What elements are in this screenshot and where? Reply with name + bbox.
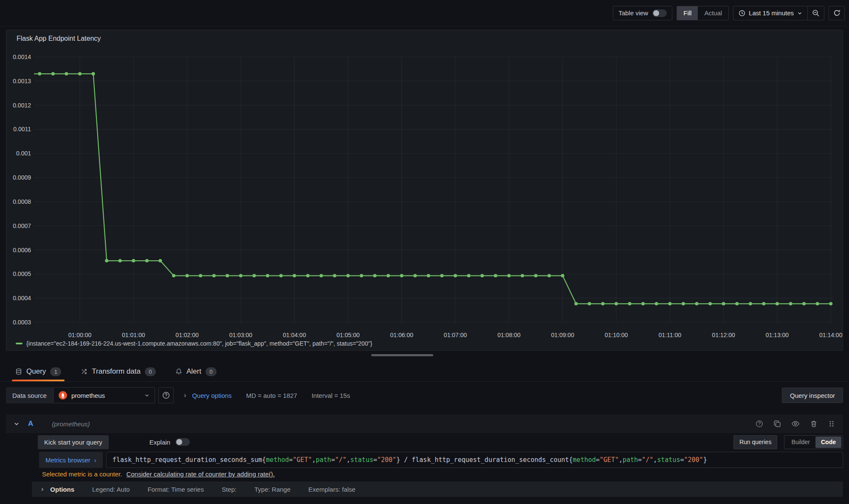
clock-icon <box>739 10 745 17</box>
svg-text:01:14:00: 01:14:00 <box>819 332 843 338</box>
svg-text:01:01:00: 01:01:00 <box>122 332 145 338</box>
tab-label: Transform data <box>92 367 141 376</box>
toggle-knob <box>653 10 659 16</box>
chevron-right-icon: › <box>94 456 96 464</box>
promql-input[interactable]: flask_http_request_duration_seconds_sum{… <box>106 452 843 468</box>
svg-text:0.001: 0.001 <box>16 150 31 157</box>
datasource-selected-value: prometheus <box>71 392 105 399</box>
builder-mode-button[interactable]: Builder <box>786 436 815 449</box>
svg-text:01:05:00: 01:05:00 <box>336 332 360 338</box>
tab-alert-badge: 0 <box>206 367 217 376</box>
table-view-control: Table view <box>613 6 672 20</box>
svg-text:0.0009: 0.0009 <box>13 174 31 181</box>
drag-handle-icon[interactable] <box>828 420 835 428</box>
svg-text:01:03:00: 01:03:00 <box>229 332 253 338</box>
svg-text:0.0003: 0.0003 <box>13 319 31 326</box>
query-options-toggle[interactable]: Query options <box>192 392 231 399</box>
svg-text:0.0008: 0.0008 <box>13 198 31 205</box>
datasource-select[interactable]: prometheus <box>53 387 155 403</box>
datasource-label: Data source <box>6 387 53 403</box>
query-inspector-button[interactable]: Query inspector <box>782 388 843 403</box>
tab-label: Alert <box>186 367 201 376</box>
chevron-down-icon <box>144 393 149 398</box>
tab-label: Query <box>26 367 46 376</box>
code-mode-button[interactable]: Code <box>815 436 841 448</box>
pane-resize-handle[interactable] <box>371 354 433 356</box>
query-ref-id: A <box>28 420 33 428</box>
collapse-chevron-icon[interactable] <box>14 421 20 427</box>
time-series-chart[interactable]: 0.00140.00130.00120.00110.0010.00090.000… <box>6 47 843 340</box>
svg-text:01:09:00: 01:09:00 <box>551 332 574 338</box>
datasource-help-button[interactable] <box>158 387 174 403</box>
transform-icon <box>81 368 87 375</box>
svg-text:01:02:00: 01:02:00 <box>175 332 199 338</box>
chevron-down-icon <box>797 11 802 16</box>
explain-control: Explain <box>149 438 190 446</box>
metrics-browser-label: Metrics browser <box>45 456 90 464</box>
svg-text:0.0014: 0.0014 <box>13 53 31 60</box>
help-icon <box>162 391 170 399</box>
explain-label: Explain <box>149 439 170 446</box>
time-range-label: Last 15 minutes <box>749 9 794 17</box>
svg-text:0.0011: 0.0011 <box>13 126 31 132</box>
type-option: Type: Range <box>254 486 291 493</box>
prometheus-icon <box>59 391 67 400</box>
svg-text:01:10:00: 01:10:00 <box>605 332 628 338</box>
time-range-control: Last 15 minutes <box>733 6 824 20</box>
svg-text:01:07:00: 01:07:00 <box>444 332 467 338</box>
toggle-knob <box>176 439 182 445</box>
tab-query[interactable]: Query 1 <box>12 362 65 381</box>
promql-editor-row: Metrics browser › flask_http_request_dur… <box>39 452 843 468</box>
svg-text:01:11:00: 01:11:00 <box>659 332 682 338</box>
chevron-right-icon[interactable]: › <box>41 485 43 493</box>
svg-text:0.0004: 0.0004 <box>13 295 31 301</box>
legend-series-swatch <box>16 343 23 344</box>
svg-text:01:06:00: 01:06:00 <box>390 332 414 338</box>
max-data-points-summary: MD = auto = 1827 <box>246 392 297 399</box>
query-options-bar: › Options Legend: Auto Format: Time seri… <box>32 481 843 497</box>
kick-start-query-button[interactable]: Kick start your query <box>38 435 109 449</box>
zoom-out-icon <box>812 9 820 17</box>
table-view-toggle[interactable] <box>652 9 667 17</box>
divider <box>0 381 849 382</box>
fill-button[interactable]: Fill <box>677 6 698 20</box>
svg-text:0.0007: 0.0007 <box>13 222 31 229</box>
delete-query-button[interactable] <box>810 420 818 428</box>
format-option: Format: Time series <box>147 486 204 493</box>
top-toolbar: Table view Fill Actual Last 15 minutes <box>0 0 849 26</box>
svg-text:0.0005: 0.0005 <box>13 270 31 277</box>
query-datasource-note: (prometheus) <box>52 420 90 428</box>
datasource-row: Data source prometheus › Query options M… <box>6 387 843 403</box>
refresh-button[interactable] <box>829 6 845 20</box>
explain-toggle[interactable] <box>175 438 190 446</box>
legend-option: Legend: Auto <box>92 486 130 493</box>
actual-button[interactable]: Actual <box>698 6 728 20</box>
query-toolbar: Kick start your query Explain Run querie… <box>38 435 843 449</box>
exemplars-option: Exemplars: false <box>308 486 355 493</box>
tab-transform-data[interactable]: Transform data 0 <box>77 362 159 381</box>
duplicate-query-button[interactable] <box>773 420 781 428</box>
svg-text:01:13:00: 01:13:00 <box>766 332 789 338</box>
grafana-panel-editor: { "toolbar": { "table_view_label": "Tabl… <box>0 0 849 504</box>
interval-summary: Interval = 15s <box>312 392 350 399</box>
fill-actual-segmented: Fill Actual <box>677 6 729 20</box>
options-toggle[interactable]: Options <box>50 486 74 493</box>
database-icon <box>15 368 22 375</box>
query-options-group: › Query options MD = auto = 1827 Interva… <box>184 391 350 399</box>
panel-title: Flask App Endpoint Latency <box>17 35 101 42</box>
legend-item[interactable]: {instance="ec2-184-169-216-224.us-west-1… <box>16 340 372 347</box>
time-range-button[interactable]: Last 15 minutes <box>733 6 807 20</box>
metrics-browser-button[interactable]: Metrics browser › <box>39 452 103 468</box>
tab-alert[interactable]: Alert 0 <box>172 362 220 381</box>
add-rate-hint-link[interactable]: Consider calculating rate of counter by … <box>127 470 275 478</box>
query-row-header: A (prometheus) <box>6 414 843 433</box>
toggle-visibility-button[interactable] <box>791 420 800 428</box>
chevron-right-icon[interactable]: › <box>184 391 186 399</box>
svg-text:01:00:00: 01:00:00 <box>68 332 92 338</box>
legend-series-label: {instance="ec2-184-169-216-224.us-west-1… <box>26 340 372 347</box>
query-help-button[interactable] <box>756 420 763 428</box>
refresh-icon <box>833 9 841 17</box>
zoom-out-button[interactable] <box>808 6 824 20</box>
counter-warning: Selected metric is a counter. Consider c… <box>42 470 275 478</box>
run-queries-button[interactable]: Run queries <box>733 435 778 449</box>
